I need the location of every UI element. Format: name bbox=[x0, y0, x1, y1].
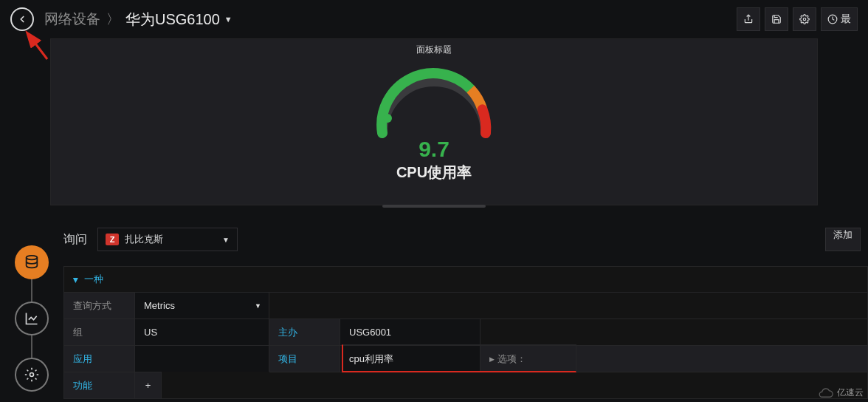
svg-point-5 bbox=[30, 373, 34, 377]
tab-visualization[interactable] bbox=[15, 302, 49, 335]
datasource-badge: Z bbox=[106, 234, 119, 245]
input-application[interactable] bbox=[135, 345, 269, 372]
svg-point-0 bbox=[803, 18, 806, 21]
share-button[interactable] bbox=[737, 7, 760, 31]
clock-icon bbox=[827, 14, 838, 24]
tab-general[interactable] bbox=[15, 358, 49, 392]
settings-button[interactable] bbox=[793, 7, 816, 31]
back-button[interactable] bbox=[10, 7, 34, 31]
triangle-down-icon: ▶ bbox=[72, 278, 80, 283]
select-query-mode-value: Metrics bbox=[144, 300, 175, 311]
chevron-down-icon: ▼ bbox=[255, 302, 261, 310]
resize-handle[interactable] bbox=[382, 205, 486, 208]
svg-point-4 bbox=[27, 256, 38, 260]
arrow-left-icon bbox=[17, 14, 27, 24]
spacer bbox=[480, 318, 867, 345]
query-expander-label: 一种 bbox=[84, 273, 103, 285]
gear-icon bbox=[24, 367, 39, 382]
label-item[interactable]: 项目 bbox=[269, 345, 340, 372]
datasource-name: 扎比克斯 bbox=[125, 233, 163, 246]
label-application[interactable]: 应用 bbox=[64, 345, 135, 372]
database-icon bbox=[24, 254, 40, 270]
chart-icon bbox=[24, 311, 39, 326]
add-query-button[interactable]: 添加 bbox=[825, 228, 861, 251]
time-picker-label: 最 bbox=[841, 13, 851, 26]
query-tab-label: 询问 bbox=[63, 232, 87, 248]
breadcrumb-current-label: 华为USG6100 bbox=[125, 10, 220, 30]
panel-header: 面板标题 bbox=[416, 39, 452, 56]
chevron-down-icon: ▼ bbox=[224, 15, 232, 24]
chevron-down-icon: ▼ bbox=[222, 236, 230, 244]
gauge-panel[interactable]: 面板标题 9.7 CPU使用率 bbox=[50, 38, 818, 205]
share-icon bbox=[743, 14, 754, 24]
triangle-right-icon: ▶ bbox=[489, 355, 495, 363]
svg-point-3 bbox=[383, 114, 392, 123]
select-query-mode[interactable]: Metrics ▼ bbox=[135, 292, 269, 318]
label-functions[interactable]: 功能 bbox=[64, 372, 135, 398]
time-picker-button[interactable]: 最 bbox=[821, 7, 858, 31]
label-host[interactable]: 主办 bbox=[269, 318, 340, 345]
spacer bbox=[269, 292, 867, 318]
spacer bbox=[269, 372, 867, 398]
label-options[interactable]: ▶ 选项： bbox=[480, 345, 867, 372]
query-expander[interactable]: ▶ 一种 bbox=[64, 267, 867, 292]
panel-title: CPU使用率 bbox=[396, 163, 472, 183]
datasource-select[interactable]: Z 扎比克斯 ▼ bbox=[97, 228, 238, 251]
label-options-text: 选项： bbox=[497, 352, 526, 366]
input-item[interactable]: cpu利用率 bbox=[340, 345, 480, 372]
save-icon bbox=[771, 14, 782, 24]
gauge-value: 9.7 bbox=[418, 137, 450, 162]
label-group: 组 bbox=[64, 318, 135, 345]
breadcrumb-folder[interactable]: 网络设备 bbox=[44, 10, 100, 29]
breadcrumb-current[interactable]: 华为USG6100 ▼ bbox=[125, 10, 232, 30]
add-function-button[interactable]: + bbox=[135, 372, 162, 398]
gauge-chart bbox=[368, 59, 500, 140]
save-button[interactable] bbox=[765, 7, 788, 31]
input-host[interactable]: USG6001 bbox=[340, 318, 480, 345]
breadcrumb-separator: 〉 bbox=[106, 10, 120, 28]
input-group[interactable]: US bbox=[135, 318, 269, 345]
tab-queries[interactable] bbox=[15, 245, 49, 279]
gear-icon bbox=[799, 14, 810, 24]
label-query-mode: 查询方式 bbox=[64, 292, 135, 318]
